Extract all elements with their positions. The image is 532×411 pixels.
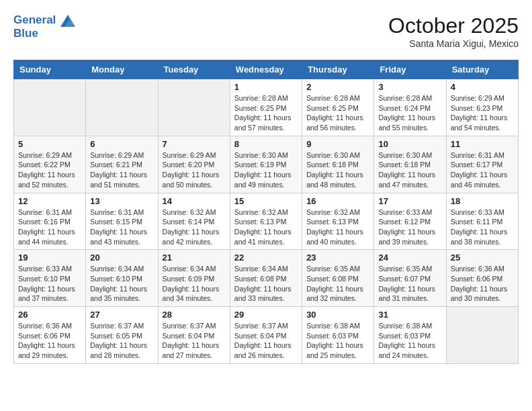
day-info: Sunrise: 6:34 AM Sunset: 6:08 PM Dayligh…	[234, 264, 298, 304]
day-info: Sunrise: 6:33 AM Sunset: 6:11 PM Dayligh…	[451, 208, 514, 247]
calendar-cell: 12Sunrise: 6:31 AM Sunset: 6:16 PM Dayli…	[14, 193, 86, 250]
day-info: Sunrise: 6:31 AM Sunset: 6:16 PM Dayligh…	[18, 208, 81, 247]
day-number: 19	[18, 253, 81, 263]
logo-text: General	[13, 13, 75, 27]
day-number: 9	[306, 139, 369, 149]
calendar-cell: 14Sunrise: 6:32 AM Sunset: 6:14 PM Dayli…	[158, 193, 230, 250]
day-info: Sunrise: 6:30 AM Sunset: 6:18 PM Dayligh…	[306, 150, 369, 190]
calendar-table: SundayMondayTuesdayWednesdayThursdayFrid…	[13, 60, 519, 364]
calendar-cell: 21Sunrise: 6:34 AM Sunset: 6:09 PM Dayli…	[158, 250, 230, 307]
day-number: 17	[378, 196, 441, 206]
day-info: Sunrise: 6:29 AM Sunset: 6:20 PM Dayligh…	[163, 150, 226, 190]
calendar-cell	[86, 79, 158, 136]
day-info: Sunrise: 6:32 AM Sunset: 6:13 PM Dayligh…	[306, 208, 369, 247]
weekday-header: Tuesday	[158, 60, 230, 79]
day-info: Sunrise: 6:36 AM Sunset: 6:06 PM Dayligh…	[451, 264, 514, 304]
day-number: 3	[378, 82, 441, 92]
day-info: Sunrise: 6:29 AM Sunset: 6:21 PM Dayligh…	[90, 150, 153, 190]
calendar-cell: 6Sunrise: 6:29 AM Sunset: 6:21 PM Daylig…	[86, 136, 158, 193]
day-info: Sunrise: 6:36 AM Sunset: 6:06 PM Dayligh…	[18, 321, 81, 361]
calendar-cell: 5Sunrise: 6:29 AM Sunset: 6:22 PM Daylig…	[14, 136, 86, 193]
day-number: 21	[163, 253, 226, 263]
calendar-cell: 26Sunrise: 6:36 AM Sunset: 6:06 PM Dayli…	[14, 307, 86, 364]
logo: General Blue	[13, 13, 75, 40]
calendar-week-row: 19Sunrise: 6:33 AM Sunset: 6:10 PM Dayli…	[14, 250, 519, 307]
day-number: 14	[163, 196, 226, 206]
day-number: 10	[378, 139, 441, 149]
day-number: 25	[451, 253, 514, 263]
day-number: 12	[18, 196, 81, 206]
day-info: Sunrise: 6:29 AM Sunset: 6:23 PM Dayligh…	[451, 93, 514, 133]
day-info: Sunrise: 6:37 AM Sunset: 6:04 PM Dayligh…	[163, 321, 226, 361]
calendar-cell: 3Sunrise: 6:28 AM Sunset: 6:24 PM Daylig…	[374, 79, 446, 136]
calendar-week-row: 5Sunrise: 6:29 AM Sunset: 6:22 PM Daylig…	[14, 136, 519, 193]
day-number: 31	[378, 310, 441, 320]
day-number: 22	[234, 253, 298, 263]
calendar-cell: 20Sunrise: 6:34 AM Sunset: 6:10 PM Dayli…	[86, 250, 158, 307]
day-info: Sunrise: 6:30 AM Sunset: 6:19 PM Dayligh…	[234, 150, 298, 190]
calendar-cell: 18Sunrise: 6:33 AM Sunset: 6:11 PM Dayli…	[446, 193, 518, 250]
calendar-cell: 16Sunrise: 6:32 AM Sunset: 6:13 PM Dayli…	[302, 193, 374, 250]
calendar-cell: 25Sunrise: 6:36 AM Sunset: 6:06 PM Dayli…	[446, 250, 518, 307]
day-info: Sunrise: 6:31 AM Sunset: 6:17 PM Dayligh…	[451, 150, 514, 190]
day-number: 26	[18, 310, 81, 320]
day-info: Sunrise: 6:28 AM Sunset: 6:25 PM Dayligh…	[234, 93, 298, 133]
calendar-cell: 29Sunrise: 6:37 AM Sunset: 6:04 PM Dayli…	[230, 307, 302, 364]
day-info: Sunrise: 6:29 AM Sunset: 6:22 PM Dayligh…	[18, 150, 81, 190]
calendar-week-row: 12Sunrise: 6:31 AM Sunset: 6:16 PM Dayli…	[14, 193, 519, 250]
day-number: 20	[90, 253, 153, 263]
calendar-cell: 11Sunrise: 6:31 AM Sunset: 6:17 PM Dayli…	[446, 136, 518, 193]
calendar-cell	[158, 79, 230, 136]
calendar-cell: 10Sunrise: 6:30 AM Sunset: 6:18 PM Dayli…	[374, 136, 446, 193]
page-header: General Blue October 2025 Santa Maria Xi…	[13, 13, 519, 49]
day-number: 27	[90, 310, 153, 320]
day-number: 2	[306, 82, 369, 92]
day-number: 7	[163, 139, 226, 149]
calendar-cell: 28Sunrise: 6:37 AM Sunset: 6:04 PM Dayli…	[158, 307, 230, 364]
day-number: 4	[451, 82, 514, 92]
calendar-cell	[446, 307, 518, 364]
day-number: 24	[378, 253, 441, 263]
day-number: 29	[234, 310, 298, 320]
calendar-header-row: SundayMondayTuesdayWednesdayThursdayFrid…	[14, 60, 519, 79]
calendar-week-row: 1Sunrise: 6:28 AM Sunset: 6:25 PM Daylig…	[14, 79, 519, 136]
calendar-cell	[14, 79, 86, 136]
day-info: Sunrise: 6:35 AM Sunset: 6:07 PM Dayligh…	[378, 264, 441, 304]
day-info: Sunrise: 6:37 AM Sunset: 6:04 PM Dayligh…	[234, 321, 298, 361]
day-info: Sunrise: 6:35 AM Sunset: 6:08 PM Dayligh…	[306, 264, 369, 304]
location-subtitle: Santa Maria Xigui, Mexico	[388, 38, 519, 49]
calendar-cell: 27Sunrise: 6:37 AM Sunset: 6:05 PM Dayli…	[86, 307, 158, 364]
calendar-cell: 2Sunrise: 6:28 AM Sunset: 6:25 PM Daylig…	[302, 79, 374, 136]
calendar-cell: 4Sunrise: 6:29 AM Sunset: 6:23 PM Daylig…	[446, 79, 518, 136]
day-number: 5	[18, 139, 81, 149]
day-info: Sunrise: 6:37 AM Sunset: 6:05 PM Dayligh…	[90, 321, 153, 361]
day-info: Sunrise: 6:32 AM Sunset: 6:13 PM Dayligh…	[234, 208, 298, 247]
day-number: 11	[451, 139, 514, 149]
day-number: 23	[306, 253, 369, 263]
calendar-cell: 22Sunrise: 6:34 AM Sunset: 6:08 PM Dayli…	[230, 250, 302, 307]
day-info: Sunrise: 6:34 AM Sunset: 6:09 PM Dayligh…	[163, 264, 226, 304]
calendar-cell: 17Sunrise: 6:33 AM Sunset: 6:12 PM Dayli…	[374, 193, 446, 250]
day-number: 15	[234, 196, 298, 206]
day-number: 16	[306, 196, 369, 206]
calendar-cell: 30Sunrise: 6:38 AM Sunset: 6:03 PM Dayli…	[302, 307, 374, 364]
calendar-cell: 15Sunrise: 6:32 AM Sunset: 6:13 PM Dayli…	[230, 193, 302, 250]
weekday-header: Thursday	[302, 60, 374, 79]
calendar-cell: 7Sunrise: 6:29 AM Sunset: 6:20 PM Daylig…	[158, 136, 230, 193]
calendar-cell: 1Sunrise: 6:28 AM Sunset: 6:25 PM Daylig…	[230, 79, 302, 136]
day-info: Sunrise: 6:33 AM Sunset: 6:10 PM Dayligh…	[18, 264, 81, 304]
day-info: Sunrise: 6:31 AM Sunset: 6:15 PM Dayligh…	[90, 208, 153, 247]
day-number: 18	[451, 196, 514, 206]
day-number: 1	[234, 82, 298, 92]
calendar-cell: 8Sunrise: 6:30 AM Sunset: 6:19 PM Daylig…	[230, 136, 302, 193]
weekday-header: Friday	[374, 60, 446, 79]
weekday-header: Saturday	[446, 60, 518, 79]
day-info: Sunrise: 6:33 AM Sunset: 6:12 PM Dayligh…	[378, 208, 441, 247]
day-info: Sunrise: 6:38 AM Sunset: 6:03 PM Dayligh…	[378, 321, 441, 361]
calendar-cell: 9Sunrise: 6:30 AM Sunset: 6:18 PM Daylig…	[302, 136, 374, 193]
calendar-cell: 19Sunrise: 6:33 AM Sunset: 6:10 PM Dayli…	[14, 250, 86, 307]
calendar-cell: 31Sunrise: 6:38 AM Sunset: 6:03 PM Dayli…	[374, 307, 446, 364]
day-number: 6	[90, 139, 153, 149]
weekday-header: Sunday	[14, 60, 86, 79]
day-info: Sunrise: 6:28 AM Sunset: 6:24 PM Dayligh…	[378, 93, 441, 133]
